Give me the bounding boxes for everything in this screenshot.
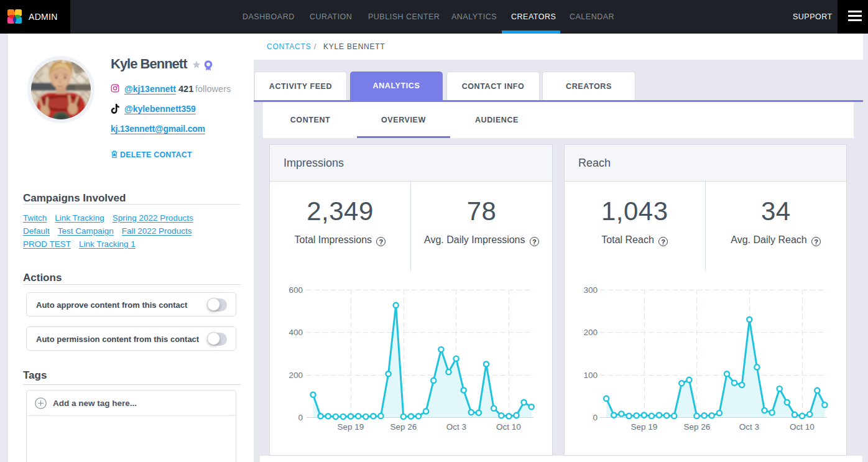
svg-text:0: 0 bbox=[593, 413, 598, 422]
svg-text:300: 300 bbox=[583, 285, 598, 295]
svg-text:400: 400 bbox=[289, 328, 303, 337]
svg-text:200: 200 bbox=[289, 371, 303, 380]
svg-text:Sep 26: Sep 26 bbox=[390, 422, 417, 432]
svg-text:Oct 10: Oct 10 bbox=[496, 422, 521, 432]
svg-text:Oct 10: Oct 10 bbox=[790, 422, 815, 432]
svg-text:Sep 19: Sep 19 bbox=[631, 422, 658, 432]
svg-text:200: 200 bbox=[583, 328, 598, 337]
svg-text:0: 0 bbox=[298, 413, 303, 422]
svg-text:Oct 3: Oct 3 bbox=[739, 422, 759, 432]
svg-text:600: 600 bbox=[289, 285, 303, 295]
svg-text:Sep 19: Sep 19 bbox=[338, 422, 364, 432]
svg-text:Sep 26: Sep 26 bbox=[684, 422, 711, 432]
svg-text:100: 100 bbox=[583, 371, 598, 380]
svg-text:Oct 3: Oct 3 bbox=[446, 422, 466, 432]
